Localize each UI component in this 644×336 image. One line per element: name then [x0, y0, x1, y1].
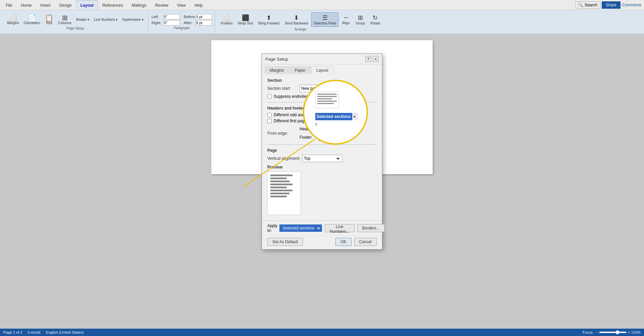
header-input[interactable] — [319, 126, 333, 132]
group-button[interactable]: ⊞ Group — [353, 12, 367, 27]
suppress-endnotes-checkbox[interactable] — [267, 94, 272, 99]
ribbon-tabs: File Home Insert Design Layout Reference… — [0, 0, 644, 10]
header-down-arrow[interactable]: ▼ — [333, 129, 337, 133]
rotate-button[interactable]: ↻ Rotate — [368, 12, 382, 27]
margins-icon: ⬜ — [9, 14, 17, 21]
dialog-controls: ? × — [365, 56, 379, 62]
spacing-before-input[interactable] — [195, 14, 212, 19]
selection-pane-button[interactable]: ☰ Selection Pane — [311, 12, 338, 27]
spacing-before-label: Before: — [184, 15, 195, 19]
hyphenation-button[interactable]: Hyphenation ▾ — [120, 17, 145, 22]
footer-left: Apply to: Selected sections — [267, 223, 322, 233]
zoom-in-icon[interactable]: + — [628, 330, 630, 334]
vertical-align-row: Vertical alignment: Top ▾ — [267, 155, 377, 162]
breaks-button[interactable]: Breaks ▾ — [74, 17, 91, 22]
page-setup-title: Page Setup — [66, 26, 84, 30]
page-info: Page 1 of 2 — [3, 330, 22, 334]
position-button[interactable]: ⬜ Position — [218, 12, 235, 27]
tab-file[interactable]: File — [1, 0, 16, 10]
zoom-percent: 110% — [631, 330, 641, 334]
ok-button[interactable]: OK — [335, 238, 351, 246]
columns-button[interactable]: ⊞ Columns — [57, 13, 73, 26]
set-as-default-button[interactable]: Set As Default — [267, 238, 303, 246]
tab-references[interactable]: References — [98, 0, 127, 10]
wrap-text-button[interactable]: ⬛ Wrap Text — [235, 12, 255, 27]
preview-line-4 — [270, 184, 292, 185]
arrange-group: ⬜ Position ⬛ Wrap Text ⬆ Bring Forward ⬇… — [216, 11, 385, 32]
tab-insert[interactable]: Insert — [36, 0, 55, 10]
preview-box — [267, 172, 301, 215]
line-numbers-button[interactable]: Line Numbers... — [325, 224, 355, 232]
header-label: Header: — [300, 127, 316, 131]
bring-forward-button[interactable]: ⬆ Bring Forward — [256, 12, 282, 27]
preview-section: Preview — [267, 165, 377, 215]
vertical-align-label: Vertical alignment: — [267, 156, 300, 161]
orientation-button[interactable]: 📄 Orientation — [22, 13, 42, 26]
indent-right-input[interactable] — [163, 20, 180, 25]
zoom-slider[interactable] — [599, 332, 626, 333]
section-start-select[interactable]: ▾ — [339, 85, 345, 92]
dialog-help-button[interactable]: ? — [365, 56, 371, 62]
tab-help[interactable]: Help — [190, 0, 207, 10]
page-section-label: Page — [267, 148, 377, 153]
section-label: Section — [267, 78, 377, 83]
paragraph-group: Left: Right: Before: After: — [149, 11, 215, 32]
suppress-endnotes-label: Suppress endnotes — [274, 94, 308, 99]
spacing-after-input[interactable] — [195, 20, 212, 25]
dialog-tab-paper[interactable]: Paper — [290, 66, 311, 74]
vertical-align-select[interactable]: ▾ — [335, 156, 341, 161]
send-backward-button[interactable]: ⬇ Send Backward — [282, 12, 311, 27]
dialog-tab-margins[interactable]: Margins — [265, 66, 289, 74]
footer-input[interactable] — [319, 134, 333, 141]
search-bar[interactable]: 🔍 Search — [575, 1, 600, 9]
footer-spinbox: ▲ ▼ — [319, 134, 338, 141]
divider-2 — [267, 144, 377, 145]
footer-down-arrow[interactable]: ▼ — [333, 137, 337, 141]
tab-layout[interactable]: Layout — [76, 0, 98, 10]
tab-view[interactable]: View — [173, 0, 190, 10]
spacing-controls: Before: After: — [184, 14, 212, 25]
footer-up-arrow[interactable]: ▲ — [333, 134, 337, 137]
focus-label: Focus — [583, 330, 593, 334]
diff-odd-even-label: Different odd and even — [274, 113, 314, 117]
cancel-button[interactable]: Cancel — [354, 238, 377, 246]
section-start-row: Section start: New page ▾ — [267, 85, 377, 92]
tab-mailings[interactable]: Mailings — [127, 0, 151, 10]
tab-home[interactable]: Home — [16, 0, 36, 10]
apply-to-select[interactable]: Selected sections — [279, 224, 322, 232]
share-button[interactable]: Share — [602, 1, 621, 9]
line-numbers-button[interactable]: Line Numbers ▾ — [92, 17, 119, 22]
tab-design[interactable]: Design — [55, 0, 76, 10]
header-up-arrow[interactable]: ▲ — [333, 125, 337, 129]
divider-1 — [267, 102, 377, 103]
indent-left-label: Left: — [152, 15, 162, 19]
comments-button[interactable]: Comments — [622, 3, 641, 7]
section-start-label: Section start: — [267, 86, 298, 91]
section-start-value: New page — [301, 86, 339, 91]
dialog-title: Page Setup — [265, 57, 288, 62]
status-right: Focus − + 110% — [583, 330, 641, 334]
dialog-close-button[interactable]: × — [373, 56, 379, 62]
indent-left-input[interactable] — [163, 14, 180, 19]
arrange-buttons: ⬜ Position ⬛ Wrap Text ⬆ Bring Forward ⬇… — [218, 12, 383, 27]
dialog-tab-layout[interactable]: Layout — [311, 66, 333, 74]
diff-first-page-row: Different first page — [267, 119, 377, 123]
diff-odd-even-checkbox[interactable] — [267, 113, 272, 117]
size-button[interactable]: 📋 Size — [43, 13, 55, 26]
page-setup-dialog: Page Setup ? × Margins Paper Layout Sect… — [262, 54, 382, 250]
footer-label: Footer: — [300, 135, 316, 140]
borders-button[interactable]: Borders... — [357, 224, 385, 232]
share-comments-area: 🔍 Search Share Comments — [575, 0, 644, 10]
margins-button[interactable]: ⬜ Margins — [5, 13, 21, 26]
diff-first-page-checkbox[interactable] — [267, 119, 272, 123]
align-button[interactable]: ↔ Align — [339, 12, 353, 27]
header-spinbox: ▲ ▼ — [319, 125, 338, 133]
zoom-out-icon[interactable]: − — [596, 330, 598, 334]
from-edge-label: From edge: — [267, 131, 298, 136]
zoom-thumb — [615, 330, 620, 334]
preview-line-3 — [270, 181, 289, 182]
tab-review[interactable]: Review — [151, 0, 172, 10]
preview-label: Preview — [267, 165, 377, 170]
diff-odd-even-row: Different odd and even — [267, 113, 377, 117]
preview-line-7 — [270, 193, 289, 194]
